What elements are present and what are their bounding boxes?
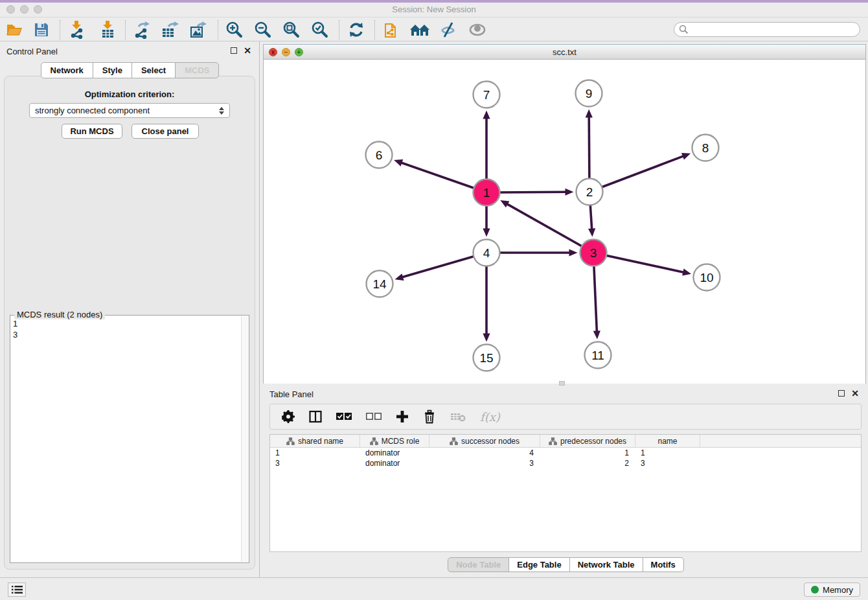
column-header-mcds-role[interactable]: MCDS role: [360, 435, 429, 447]
status-bar: Memory: [0, 577, 868, 600]
close-panel-button[interactable]: Close panel: [131, 124, 199, 139]
cell-shared-name[interactable]: 3: [270, 458, 360, 468]
node-label-4: 4: [483, 246, 490, 260]
node-label-2: 2: [586, 185, 593, 199]
network-graph[interactable]: 7968124314101511: [264, 60, 865, 384]
add-column-icon[interactable]: [396, 410, 409, 423]
node-label-7: 7: [483, 88, 490, 102]
edge-arrowhead: [394, 159, 403, 167]
delete-table-icon-disabled: [450, 411, 466, 422]
cell-predecessor-nodes[interactable]: 1: [540, 448, 635, 458]
table-row[interactable]: 1dominator411: [270, 448, 861, 458]
table-toolbar: f(x): [269, 404, 862, 430]
memory-label: Memory: [823, 585, 853, 595]
edge-arrowhead: [588, 228, 595, 237]
new-network-from-selection-icon[interactable]: [380, 20, 402, 40]
task-history-button[interactable]: [8, 583, 26, 597]
float-table-panel-icon[interactable]: [838, 390, 845, 397]
edge-arrowhead: [593, 330, 600, 339]
export-table-icon[interactable]: [159, 20, 181, 40]
zoom-out-icon[interactable]: [252, 20, 274, 40]
search-box[interactable]: [674, 22, 860, 37]
tab-network-table[interactable]: Network Table: [569, 557, 643, 572]
column-header-name[interactable]: name: [635, 435, 700, 447]
open-folder-icon[interactable]: [3, 20, 25, 40]
table-body: 1dominator4113dominator323: [270, 448, 861, 468]
cell-name[interactable]: 1: [635, 448, 700, 458]
tab-select[interactable]: Select: [131, 62, 176, 78]
cell-successor-nodes[interactable]: 3: [429, 458, 540, 468]
edge-arrowhead: [483, 334, 490, 342]
edge-3-1[interactable]: [507, 203, 593, 253]
edge-arrowhead: [565, 189, 573, 196]
mcds-result-scrollbar[interactable]: [241, 316, 248, 562]
network-canvas[interactable]: 7968124314101511: [264, 60, 865, 384]
dropdown-stepper-icon: [219, 107, 224, 115]
node-label-10: 10: [700, 271, 713, 284]
tab-node-table[interactable]: Node Table: [448, 557, 509, 572]
mcds-result-title: MCDS result (2 nodes): [14, 310, 105, 319]
optimization-criterion-select[interactable]: strongly connected component: [29, 103, 230, 118]
panel-mode-icon[interactable]: [309, 410, 322, 423]
zoom-selected-icon[interactable]: [309, 20, 331, 40]
cell-shared-name[interactable]: 1: [270, 448, 360, 458]
column-settings-icon[interactable]: [282, 410, 295, 423]
memory-button[interactable]: Memory: [804, 583, 860, 597]
list-icon: [12, 585, 23, 594]
refresh-icon[interactable]: [345, 20, 367, 40]
table-tabs: Node TableEdge TableNetwork TableMotifs: [263, 557, 868, 572]
show-all-icon[interactable]: [466, 20, 488, 40]
cell-name[interactable]: 3: [635, 458, 700, 468]
import-table-icon[interactable]: [97, 20, 119, 40]
delete-column-icon[interactable]: [423, 410, 436, 424]
network-titlebar[interactable]: x − + scc.txt: [264, 45, 865, 60]
window-title: Session: New Session: [0, 5, 868, 14]
frame-resize-grip[interactable]: [559, 381, 565, 386]
cell-mcds-role[interactable]: dominator: [360, 458, 429, 468]
tab-edge-table[interactable]: Edge Table: [508, 557, 569, 572]
select-all-icon[interactable]: [336, 412, 352, 421]
save-session-icon[interactable]: [30, 20, 52, 40]
control-panel-title: Control Panel: [6, 47, 58, 56]
node-label-3: 3: [590, 246, 597, 260]
column-label: successor nodes: [461, 437, 520, 446]
run-mcds-button[interactable]: Run MCDS: [62, 124, 122, 139]
tab-motifs[interactable]: Motifs: [643, 557, 684, 572]
table-row[interactable]: 3dominator323: [270, 458, 861, 468]
cell-predecessor-nodes[interactable]: 2: [540, 458, 635, 468]
zoom-fit-icon[interactable]: [280, 20, 303, 40]
tab-network[interactable]: Network: [41, 62, 93, 78]
function-builder-icon-disabled: f(x): [480, 410, 500, 424]
hide-selected-icon[interactable]: [437, 20, 459, 40]
cell-mcds-role[interactable]: dominator: [360, 448, 429, 458]
column-header-shared-name[interactable]: shared name: [270, 435, 360, 447]
table-panel-title: Table Panel: [269, 389, 314, 399]
tab-style[interactable]: Style: [93, 62, 132, 78]
node-table[interactable]: shared nameMCDS rolesuccessor nodesprede…: [269, 434, 862, 552]
edge-arrowhead: [681, 153, 691, 159]
first-neighbors-icon[interactable]: [409, 20, 431, 40]
close-panel-icon[interactable]: ✕: [244, 47, 251, 54]
mcds-result-box: MCDS result (2 nodes) 13: [10, 315, 249, 563]
search-input[interactable]: [689, 25, 851, 34]
column-header-successor-nodes[interactable]: successor nodes: [429, 435, 540, 447]
import-network-icon[interactable]: [65, 20, 87, 40]
edge-arrowhead: [483, 111, 490, 119]
cell-successor-nodes[interactable]: 4: [429, 448, 540, 458]
network-view-frame: x − + scc.txt 7968124314101511: [263, 44, 866, 384]
node-label-9: 9: [586, 87, 593, 100]
zoom-in-icon[interactable]: [223, 20, 246, 40]
edge-2-8[interactable]: [589, 156, 684, 192]
node-label-15: 15: [479, 351, 493, 365]
node-label-8: 8: [702, 141, 709, 155]
tab-mcds[interactable]: MCDS: [175, 62, 219, 78]
deselect-all-icon[interactable]: [366, 412, 382, 421]
export-network-icon[interactable]: [130, 20, 152, 40]
export-image-icon[interactable]: [187, 20, 209, 40]
node-label-6: 6: [376, 148, 383, 162]
close-table-panel-icon[interactable]: ✕: [851, 390, 859, 397]
mcds-panel: Optimization criterion: strongly connect…: [4, 76, 255, 570]
edge-arrowhead: [586, 109, 593, 117]
float-panel-icon[interactable]: [231, 47, 237, 54]
column-header-predecessor-nodes[interactable]: predecessor nodes: [540, 435, 635, 447]
